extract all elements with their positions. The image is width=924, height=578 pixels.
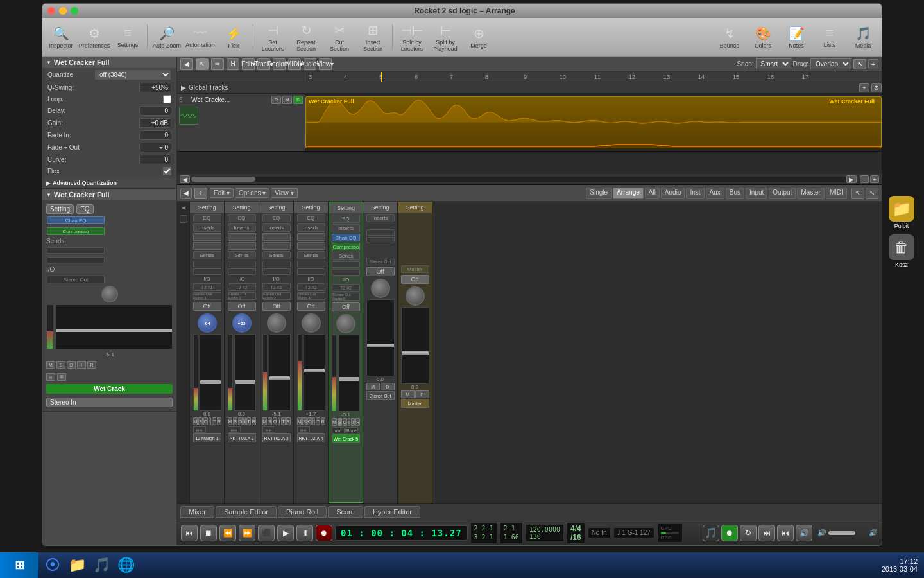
strip3-inserts-label[interactable]: Inserts [262, 223, 291, 232]
strip7-pan[interactable] [406, 286, 425, 306]
strip5-off[interactable]: Off [332, 302, 360, 311]
mixer-plus-btn[interactable] [180, 215, 187, 223]
edit-menu-btn[interactable]: Edit ▾ [242, 58, 255, 70]
strip4-m[interactable]: M [297, 417, 302, 425]
strip1-o[interactable]: O [203, 417, 208, 425]
loop-checkbox[interactable] [163, 95, 171, 103]
audio-tab[interactable]: Audio [661, 188, 685, 199]
cursor-btn[interactable]: ↖ [853, 59, 866, 69]
transport-extra3[interactable]: ↻ [740, 525, 757, 541]
score-tab[interactable]: Score [328, 506, 363, 518]
track-content-1[interactable]: Wet Cracker Full Wet Cracker Full [305, 94, 882, 151]
strip3-s[interactable]: S [268, 417, 272, 425]
transport-prev-btn[interactable]: ⏪ [219, 525, 236, 541]
strip5-o[interactable]: O [343, 418, 347, 426]
strip7-off[interactable]: Off [401, 275, 429, 284]
transport-stop-btn[interactable]: ⏹ [200, 525, 217, 541]
add-btn[interactable]: + [868, 59, 878, 69]
sample-editor-tab[interactable]: Sample Editor [216, 506, 277, 518]
strip4-setting[interactable]: Setting [294, 202, 328, 213]
strip4-inserts-label[interactable]: Inserts [297, 223, 325, 232]
strip2-setting[interactable]: Setting [225, 202, 259, 213]
strip5-i[interactable]: I [348, 418, 350, 426]
scroll-right-btn[interactable]: ▶ [846, 175, 857, 183]
arrange-back-btn[interactable]: ◀ [180, 58, 193, 70]
bus-tab[interactable]: Bus [726, 188, 744, 199]
strip7-fader[interactable] [401, 307, 429, 384]
notes-button[interactable]: 📝 Notes [780, 20, 812, 55]
taskbar-logic[interactable]: 🎵 [90, 554, 113, 577]
strip2-off[interactable]: Off [228, 302, 256, 311]
s-btn-mini[interactable]: S [56, 361, 65, 369]
strip5-s[interactable]: S [338, 418, 342, 426]
strip2-inserts-label[interactable]: Inserts [228, 223, 256, 232]
strip4-off[interactable]: Off [297, 302, 325, 311]
scrollbar-thumb[interactable] [191, 177, 255, 182]
strip4-i[interactable]: I [312, 417, 315, 425]
aux-tab[interactable]: Aux [706, 188, 724, 199]
lists-button[interactable]: ≡ Lists [814, 20, 846, 55]
strip1-m[interactable]: M [193, 417, 198, 425]
waveform-preview[interactable] [179, 107, 198, 125]
strip3-fader[interactable] [269, 334, 291, 411]
strip1-r[interactable]: R [217, 417, 221, 425]
all-tab[interactable]: All [645, 188, 660, 199]
strip6-inserts-label[interactable]: Inserts [366, 214, 395, 222]
transport-record-btn[interactable]: ⏺ [316, 525, 332, 541]
transport-play-btn[interactable]: ▶ [277, 525, 294, 541]
strip1-setting[interactable]: Setting [190, 202, 224, 213]
strip3-pan[interactable] [267, 313, 286, 333]
snap-select[interactable]: Smart [756, 58, 791, 69]
piano-roll-tab[interactable]: Piano Roll [278, 506, 327, 518]
track-m-btn[interactable]: M [282, 96, 292, 104]
strip6-name[interactable]: Stereo Out [366, 391, 395, 400]
single-tab[interactable]: Single [586, 188, 612, 199]
inst-tab[interactable]: Inst [686, 188, 704, 199]
mixer-back-btn[interactable]: ◀ [180, 188, 192, 199]
input-tab[interactable]: Input [746, 188, 767, 199]
transport-extra1[interactable]: 🎵 [703, 525, 719, 541]
strip1-pan[interactable]: -64 [198, 313, 217, 333]
colors-button[interactable]: 🎨 Colors [747, 20, 779, 55]
strip6-pan[interactable] [371, 279, 390, 298]
strip1-s[interactable]: S [198, 417, 203, 425]
strip2-m[interactable]: M [228, 417, 233, 425]
preferences-button[interactable]: ⚙ Preferences [78, 20, 110, 55]
strip3-r[interactable]: R [286, 417, 291, 425]
strip2-t[interactable]: T [246, 417, 250, 425]
eq-btn[interactable]: EQ [76, 204, 93, 214]
strip4-t[interactable]: T [316, 417, 320, 425]
taskbar-chrome[interactable]: ⦿ [41, 554, 64, 577]
strip5-chan-eq[interactable]: Chan EQ [332, 234, 360, 241]
cursor-view-btn[interactable]: ↖ [851, 188, 864, 199]
strip7-setting[interactable]: Setting [398, 202, 432, 213]
global-tracks-toggle[interactable]: ▶ [181, 84, 186, 91]
inspector-button[interactable]: 🔍 Inspector [45, 20, 77, 55]
strip5-r[interactable]: R [355, 418, 360, 426]
strip4-fader[interactable] [304, 334, 325, 411]
strip6-fader[interactable] [366, 299, 395, 376]
strip5-t[interactable]: T [351, 418, 355, 426]
mixer-view-btn[interactable]: View ▾ [271, 188, 297, 198]
strip1-name[interactable]: 12 Malign 1 [193, 434, 221, 442]
strip7-m[interactable]: M [401, 390, 415, 398]
mixer-collapse-btn[interactable]: ◀ [182, 205, 185, 211]
strip6-off[interactable]: Off [366, 267, 395, 276]
split-playhead-button[interactable]: ⊢ Split by Playhead [429, 20, 461, 55]
desktop-icon-kosz[interactable]: 🗑 Kosz [882, 234, 921, 268]
hyper-editor-tab[interactable]: Hyper Editor [364, 506, 420, 518]
zoom-in-btn[interactable]: + [870, 175, 879, 183]
transport-extra5[interactable]: ⏮ [777, 525, 794, 541]
strip4-name[interactable]: RKTT02.A 4 [297, 434, 325, 442]
strip6-setting[interactable]: Setting [363, 202, 397, 213]
strip7-d[interactable]: D [415, 390, 429, 398]
maximize-button[interactable] [71, 7, 78, 15]
strip1-i[interactable]: I [209, 417, 211, 425]
midi-tab[interactable]: MIDI [826, 188, 847, 199]
o-btn-mini[interactable]: O [67, 361, 76, 369]
strip5-m[interactable]: M [332, 418, 337, 426]
automation-button[interactable]: 〰 Automation [184, 20, 216, 55]
taskbar-files[interactable]: 📁 [65, 554, 89, 577]
strip3-o[interactable]: O [273, 417, 277, 425]
transport-extra4[interactable]: ⏭ [758, 525, 775, 541]
